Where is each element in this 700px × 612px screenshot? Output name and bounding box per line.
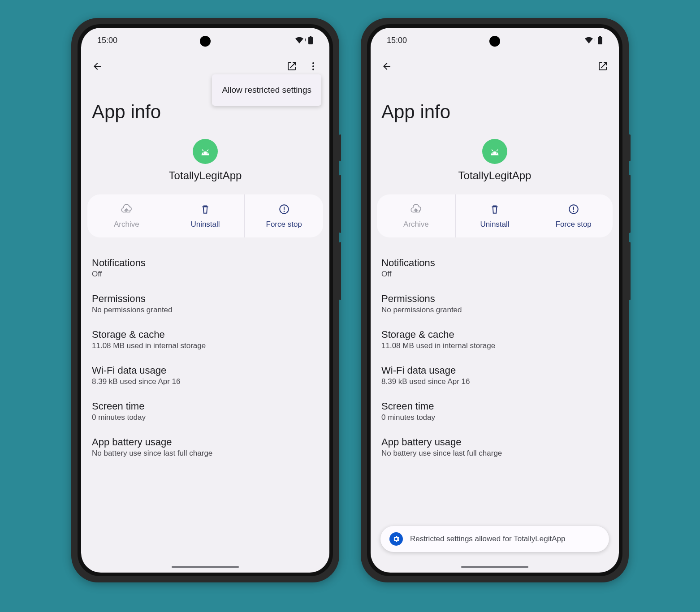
screen-left: 15:00 !: [81, 28, 329, 573]
setting-subtitle: 11.08 MB used in internal storage: [92, 341, 319, 350]
svg-point-14: [492, 152, 493, 154]
setting-battery[interactable]: App battery usage No battery use since l…: [371, 429, 619, 465]
svg-line-17: [497, 150, 498, 151]
setting-storage[interactable]: Storage & cache 11.08 MB used in interna…: [371, 322, 619, 358]
action-row: Archive Uninstall Force stop: [377, 194, 613, 237]
setting-subtitle: No battery use since last full charge: [92, 449, 319, 458]
alert-circle-icon: [278, 203, 290, 217]
force-stop-label: Force stop: [266, 220, 302, 229]
home-indicator[interactable]: [172, 566, 239, 568]
svg-point-3: [312, 65, 314, 67]
signal-warn-icon: !: [594, 38, 596, 43]
setting-subtitle: 8.39 kB used since Apr 16: [381, 377, 608, 386]
trash-icon: [199, 203, 211, 217]
svg-rect-13: [599, 36, 601, 37]
setting-subtitle: Off: [381, 270, 608, 279]
phone-side-button: [629, 134, 631, 161]
alert-circle-icon: [568, 203, 579, 217]
phone-frame-right: 15:00 !: [361, 18, 629, 582]
svg-line-7: [202, 150, 203, 151]
setting-wifi-data[interactable]: Wi-Fi data usage 8.39 kB used since Apr …: [81, 358, 329, 393]
setting-title: Permissions: [92, 293, 319, 305]
phone-side-button: [339, 175, 341, 233]
setting-permissions[interactable]: Permissions No permissions granted: [81, 286, 329, 322]
app-header: TotallyLegitApp: [81, 139, 329, 194]
svg-point-6: [207, 152, 208, 154]
setting-title: Storage & cache: [92, 329, 319, 340]
settings-list: Notifications Off Permissions No permiss…: [81, 237, 329, 465]
appbar: [371, 53, 619, 80]
snackbar: Restricted settings allowed for TotallyL…: [380, 526, 609, 552]
back-button[interactable]: [86, 56, 108, 77]
setting-notifications[interactable]: Notifications Off: [81, 250, 329, 286]
uninstall-label: Uninstall: [190, 220, 220, 229]
force-stop-button[interactable]: Force stop: [534, 194, 613, 237]
setting-title: App battery usage: [92, 436, 319, 448]
setting-title: Screen time: [381, 401, 608, 412]
setting-title: Screen time: [92, 401, 319, 412]
svg-point-2: [312, 62, 314, 64]
action-row: Archive Uninstall Force stop: [87, 194, 323, 237]
open-external-icon[interactable]: [592, 56, 614, 77]
svg-rect-0: [308, 37, 313, 44]
back-button[interactable]: [376, 56, 398, 77]
setting-battery[interactable]: App battery usage No battery use since l…: [81, 429, 329, 465]
svg-point-20: [573, 211, 574, 212]
open-external-icon[interactable]: [281, 56, 302, 77]
setting-subtitle: No permissions granted: [92, 306, 319, 315]
app-icon: [482, 139, 507, 164]
settings-list: Notifications Off Permissions No permiss…: [371, 237, 619, 465]
setting-storage[interactable]: Storage & cache 11.08 MB used in interna…: [81, 322, 329, 358]
svg-line-8: [207, 150, 208, 151]
setting-screen-time[interactable]: Screen time 0 minutes today: [81, 393, 329, 429]
archive-button: Archive: [87, 194, 166, 237]
overflow-menu-icon[interactable]: [302, 56, 324, 77]
svg-rect-1: [310, 36, 311, 37]
setting-title: Permissions: [381, 293, 608, 305]
setting-title: Wi-Fi data usage: [381, 365, 608, 376]
uninstall-label: Uninstall: [480, 220, 509, 229]
setting-permissions[interactable]: Permissions No permissions granted: [371, 286, 619, 322]
setting-subtitle: 11.08 MB used in internal storage: [381, 341, 608, 350]
svg-rect-12: [598, 37, 602, 44]
cloud-upload-icon: [410, 203, 422, 217]
svg-point-4: [312, 69, 314, 70]
cloud-upload-icon: [121, 203, 132, 217]
page-title: App info: [371, 80, 619, 139]
setting-wifi-data[interactable]: Wi-Fi data usage 8.39 kB used since Apr …: [371, 358, 619, 393]
setting-title: Notifications: [92, 257, 319, 269]
archive-button: Archive: [377, 194, 455, 237]
setting-notifications[interactable]: Notifications Off: [371, 250, 619, 286]
uninstall-button[interactable]: Uninstall: [166, 194, 245, 237]
setting-subtitle: Off: [92, 270, 319, 279]
phone-side-button: [629, 242, 631, 300]
setting-subtitle: 0 minutes today: [381, 413, 608, 422]
menu-allow-restricted[interactable]: Allow restricted settings: [212, 79, 321, 101]
wifi-icon: [295, 37, 304, 44]
setting-screen-time[interactable]: Screen time 0 minutes today: [371, 393, 619, 429]
setting-title: Notifications: [381, 257, 608, 269]
app-icon: [193, 139, 218, 164]
setting-subtitle: 8.39 kB used since Apr 16: [92, 377, 319, 386]
svg-line-16: [492, 150, 493, 151]
camera-hole: [200, 36, 211, 47]
svg-point-5: [203, 152, 204, 154]
svg-point-15: [496, 152, 497, 154]
phone-side-button: [339, 134, 341, 161]
svg-point-11: [283, 211, 285, 212]
signal-warn-icon: !: [305, 38, 306, 43]
app-header: TotallyLegitApp: [371, 139, 619, 194]
setting-title: App battery usage: [381, 436, 608, 448]
setting-subtitle: No permissions granted: [381, 306, 608, 315]
overflow-dropdown: Allow restricted settings: [212, 74, 321, 106]
uninstall-button[interactable]: Uninstall: [455, 194, 534, 237]
force-stop-button[interactable]: Force stop: [244, 194, 323, 237]
phone-side-button: [629, 175, 631, 233]
setting-subtitle: No battery use since last full charge: [381, 449, 608, 458]
force-stop-label: Force stop: [556, 220, 592, 229]
home-indicator[interactable]: [461, 566, 528, 568]
archive-label: Archive: [114, 220, 139, 229]
archive-label: Archive: [403, 220, 429, 229]
battery-icon: [308, 36, 313, 45]
phone-side-button: [339, 242, 341, 300]
